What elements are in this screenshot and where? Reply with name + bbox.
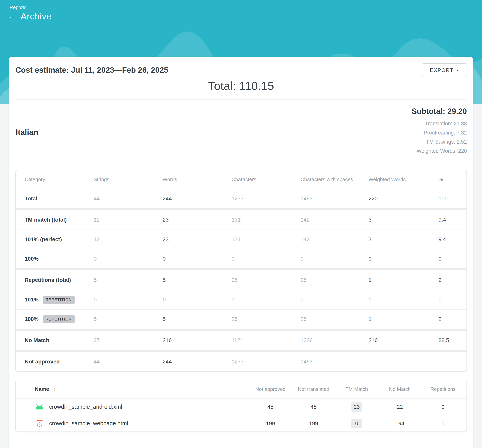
category-label-text: 100% (25, 256, 39, 262)
report-card: Cost estimate: Jul 11, 2023—Feb 26, 2025… (9, 57, 473, 448)
cell-value: 1 (369, 277, 438, 283)
file-row[interactable]: crowdin_sample_android.xml454523220 (16, 399, 466, 415)
cell-value: 0 (163, 296, 232, 303)
category-table-header: CategoryStringsWordsCharactersCharacters… (16, 170, 466, 189)
cell-value: 44 (94, 196, 163, 202)
cell-value: 1493 (300, 359, 369, 365)
column-header: Characters with spaces (300, 176, 369, 183)
column-header: Words (163, 176, 232, 183)
chevron-down-icon: ▾ (457, 69, 459, 72)
file-name: crowdin_sample_webpage.html (49, 420, 128, 427)
table-row: 100%000000 (16, 249, 466, 268)
cell-value: 0 (369, 296, 438, 303)
cell-value: 2 (438, 277, 458, 283)
category-label-text: TM match (total) (25, 217, 67, 223)
category-label-text: No Match (25, 337, 49, 344)
cell-value: 1277 (232, 359, 300, 365)
breadcrumb-reports[interactable]: Reports (9, 5, 27, 10)
cell-value: 216 (163, 337, 232, 344)
export-button[interactable]: EXPORT ▾ (422, 63, 467, 77)
group-separator (16, 329, 466, 331)
column-header: Category (25, 176, 94, 183)
column-header: Repetitions (421, 386, 465, 392)
cell-value: 142 (300, 217, 369, 223)
file-name-cell: crowdin_sample_android.xml (35, 403, 249, 410)
file-name: crowdin_sample_android.xml (49, 404, 122, 410)
category-label-text: Total (25, 196, 37, 202)
cell-value: 0 (438, 296, 458, 303)
cell-value: 0 (232, 256, 300, 262)
cell-value: 45 (292, 404, 335, 410)
table-row: TM match (total)122313114239.4 (16, 210, 466, 230)
name-header-label: Name (35, 386, 49, 392)
group-separator (16, 350, 466, 352)
repetition-badge: REPETITION (43, 315, 75, 323)
group-separator (16, 268, 466, 270)
cell-value: 0 (300, 256, 369, 262)
column-header: Not approved (249, 386, 292, 392)
report-total: Total: 110.15 (15, 79, 467, 93)
cell-value: 9.4 (438, 217, 458, 223)
table-row: 101% (perfect)122313114239.4 (16, 230, 466, 249)
cell-value: – (438, 359, 458, 365)
cell-value: 216 (369, 337, 438, 344)
cell-value: 45 (249, 404, 292, 410)
cell-value: 1 (369, 316, 438, 322)
language-section: Italian Subtotal: 29.20 Translation: 21.… (15, 99, 467, 170)
file-row[interactable]: 5 crowdin_sample_webpage.html19919901945 (16, 415, 466, 432)
cell-value: 1326 (300, 337, 369, 344)
cell-value: 3 (369, 217, 438, 223)
cell-value: 12 (94, 236, 163, 243)
cell-value: 23 (163, 236, 232, 243)
category-label-text: 101% (perfect) (25, 236, 62, 243)
language-name: Italian (16, 128, 38, 137)
column-header: Not translated (292, 386, 335, 392)
android-icon (35, 404, 44, 410)
name-column-header[interactable]: Name ↓ (35, 386, 249, 392)
cost-breakdown: Translation: 21.88Proofreading: 7.32TM S… (411, 119, 467, 156)
repetition-badge: REPETITION (43, 296, 75, 304)
column-header: TM Match (335, 386, 378, 392)
cell-value: 131 (232, 236, 300, 243)
cell-value: 5 (163, 277, 232, 283)
breakdown-line: Proofreading: 7.32 (411, 128, 467, 137)
category-label-text: 101% (25, 296, 39, 303)
language-subtotal: Subtotal: 29.20 (411, 107, 467, 116)
cell-value: 5 (163, 316, 232, 322)
back-arrow-icon[interactable]: ← (8, 12, 17, 21)
table-row: Not approved4424412771493–– (16, 352, 466, 371)
cell-value: 0 (335, 419, 378, 428)
cell-value: 0 (300, 296, 369, 303)
cell-value: 27 (94, 337, 163, 344)
cell-value: 244 (163, 359, 232, 365)
tm-match-badge: 23 (351, 402, 362, 412)
cell-value: 199 (292, 420, 335, 427)
column-header: Characters (232, 176, 300, 183)
cell-value: 12 (94, 217, 163, 223)
cell-value: 131 (232, 217, 300, 223)
cell-value: 0 (94, 256, 163, 262)
cell-value: 5 (94, 277, 163, 283)
cell-value: 25 (232, 316, 300, 322)
table-row: No Match272161121132621688.5 (16, 331, 466, 350)
category-label: 100% (25, 256, 94, 262)
cell-value: – (369, 359, 438, 365)
sort-desc-icon[interactable]: ↓ (53, 386, 56, 392)
cell-value: 0 (438, 256, 458, 262)
cell-value: 5 (421, 420, 465, 427)
category-label-text: Not approved (25, 359, 60, 365)
page-title: Archive (21, 11, 52, 22)
cell-value: 3 (369, 236, 438, 243)
export-button-label: EXPORT (430, 67, 453, 73)
breakdown-line: Weighted Words: 220 (411, 147, 467, 156)
file-name-cell: 5 crowdin_sample_webpage.html (35, 420, 249, 427)
cell-value: 25 (300, 277, 369, 283)
table-row: 101%REPETITION000000 (16, 290, 466, 309)
breakdown-line: TM Savings: 2.52 (411, 137, 467, 147)
group-separator (16, 208, 466, 210)
cell-value: 142 (300, 236, 369, 243)
cell-value: 9.4 (438, 236, 458, 243)
category-label-text: Repetitions (total) (25, 277, 71, 283)
category-label: 100%REPETITION (25, 315, 94, 323)
cell-value: 44 (94, 359, 163, 365)
